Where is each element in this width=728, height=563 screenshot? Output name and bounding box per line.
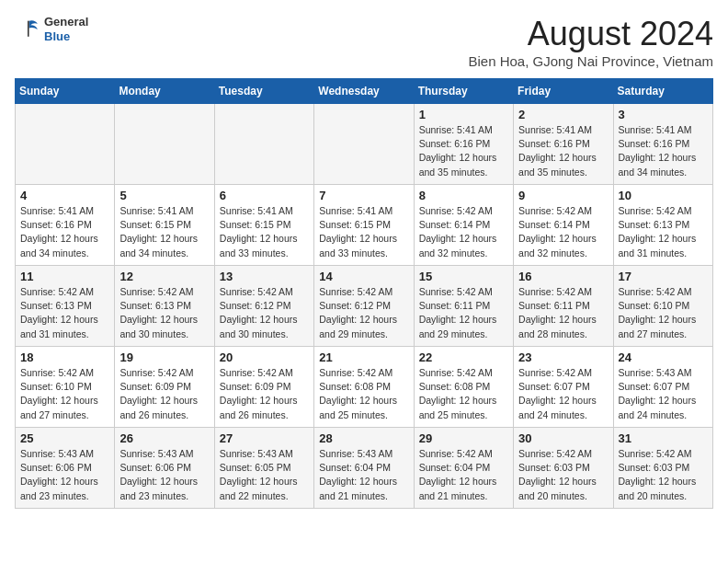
day-info: Sunrise: 5:42 AM Sunset: 6:14 PM Dayligh… bbox=[518, 204, 608, 260]
logo-icon bbox=[15, 17, 40, 42]
calendar-day-cell: 5Sunrise: 5:41 AM Sunset: 6:15 PM Daylig… bbox=[115, 185, 214, 266]
calendar-day-cell: 21Sunrise: 5:42 AM Sunset: 6:08 PM Dayli… bbox=[314, 347, 414, 428]
day-info: Sunrise: 5:41 AM Sunset: 6:16 PM Dayligh… bbox=[518, 123, 608, 179]
day-number: 26 bbox=[119, 431, 209, 445]
calendar-day-cell: 16Sunrise: 5:42 AM Sunset: 6:11 PM Dayli… bbox=[514, 266, 613, 347]
day-info: Sunrise: 5:42 AM Sunset: 6:08 PM Dayligh… bbox=[319, 366, 408, 422]
day-info: Sunrise: 5:42 AM Sunset: 6:13 PM Dayligh… bbox=[20, 285, 109, 341]
day-number: 27 bbox=[220, 431, 309, 445]
calendar-day-cell: 13Sunrise: 5:42 AM Sunset: 6:12 PM Dayli… bbox=[214, 266, 313, 347]
day-number: 12 bbox=[119, 270, 209, 283]
day-info: Sunrise: 5:42 AM Sunset: 6:09 PM Dayligh… bbox=[220, 366, 309, 422]
calendar-day-cell: 24Sunrise: 5:43 AM Sunset: 6:07 PM Dayli… bbox=[613, 347, 712, 428]
day-info: Sunrise: 5:42 AM Sunset: 6:03 PM Dayligh… bbox=[518, 447, 608, 503]
day-info: Sunrise: 5:41 AM Sunset: 6:16 PM Dayligh… bbox=[619, 123, 708, 179]
day-number: 24 bbox=[619, 350, 708, 364]
calendar-day-cell: 15Sunrise: 5:42 AM Sunset: 6:11 PM Dayli… bbox=[414, 266, 513, 347]
day-number: 7 bbox=[319, 189, 408, 202]
day-info: Sunrise: 5:42 AM Sunset: 6:13 PM Dayligh… bbox=[119, 285, 209, 341]
day-info: Sunrise: 5:41 AM Sunset: 6:16 PM Dayligh… bbox=[419, 123, 508, 179]
day-number: 28 bbox=[319, 431, 408, 445]
title-area: August 2024 Bien Hoa, GJong Nai Province… bbox=[468, 15, 713, 69]
calendar-day-cell: 25Sunrise: 5:43 AM Sunset: 6:06 PM Dayli… bbox=[16, 428, 115, 509]
day-info: Sunrise: 5:43 AM Sunset: 6:06 PM Dayligh… bbox=[119, 447, 209, 503]
calendar-day-cell: 9Sunrise: 5:42 AM Sunset: 6:14 PM Daylig… bbox=[514, 185, 613, 266]
day-info: Sunrise: 5:42 AM Sunset: 6:14 PM Dayligh… bbox=[419, 204, 508, 260]
calendar-day-cell: 12Sunrise: 5:42 AM Sunset: 6:13 PM Dayli… bbox=[115, 266, 214, 347]
day-info: Sunrise: 5:43 AM Sunset: 6:05 PM Dayligh… bbox=[220, 447, 309, 503]
day-info: Sunrise: 5:41 AM Sunset: 6:15 PM Dayligh… bbox=[319, 204, 408, 260]
day-number: 22 bbox=[419, 350, 508, 364]
calendar-day-cell bbox=[115, 104, 214, 185]
day-info: Sunrise: 5:42 AM Sunset: 6:04 PM Dayligh… bbox=[419, 447, 508, 503]
day-number: 9 bbox=[518, 189, 608, 202]
day-number: 11 bbox=[20, 270, 109, 283]
day-number: 8 bbox=[419, 189, 508, 202]
day-of-week-header: Saturday bbox=[613, 79, 712, 104]
day-number: 17 bbox=[619, 270, 708, 283]
calendar-day-cell: 31Sunrise: 5:42 AM Sunset: 6:03 PM Dayli… bbox=[613, 428, 712, 509]
day-of-week-header: Tuesday bbox=[214, 79, 313, 104]
day-number: 16 bbox=[518, 270, 608, 283]
day-info: Sunrise: 5:42 AM Sunset: 6:09 PM Dayligh… bbox=[119, 366, 209, 422]
day-number: 14 bbox=[319, 270, 408, 283]
day-number: 13 bbox=[220, 270, 309, 283]
calendar-day-cell: 6Sunrise: 5:41 AM Sunset: 6:15 PM Daylig… bbox=[214, 185, 313, 266]
calendar-day-cell: 27Sunrise: 5:43 AM Sunset: 6:05 PM Dayli… bbox=[214, 428, 313, 509]
day-info: Sunrise: 5:42 AM Sunset: 6:07 PM Dayligh… bbox=[518, 366, 608, 422]
calendar-day-cell: 3Sunrise: 5:41 AM Sunset: 6:16 PM Daylig… bbox=[613, 104, 712, 185]
calendar-day-cell: 29Sunrise: 5:42 AM Sunset: 6:04 PM Dayli… bbox=[414, 428, 513, 509]
day-number: 20 bbox=[220, 350, 309, 364]
logo: General Blue bbox=[15, 15, 88, 43]
day-of-week-header: Friday bbox=[514, 79, 613, 104]
day-number: 2 bbox=[518, 108, 608, 121]
calendar-day-cell: 28Sunrise: 5:43 AM Sunset: 6:04 PM Dayli… bbox=[314, 428, 414, 509]
calendar-header-row: SundayMondayTuesdayWednesdayThursdayFrid… bbox=[16, 79, 713, 104]
calendar-week-row: 4Sunrise: 5:41 AM Sunset: 6:16 PM Daylig… bbox=[16, 185, 713, 266]
calendar-day-cell bbox=[214, 104, 313, 185]
day-info: Sunrise: 5:42 AM Sunset: 6:11 PM Dayligh… bbox=[419, 285, 508, 341]
calendar-day-cell: 4Sunrise: 5:41 AM Sunset: 6:16 PM Daylig… bbox=[16, 185, 115, 266]
day-number: 30 bbox=[518, 431, 608, 445]
calendar-day-cell bbox=[314, 104, 414, 185]
calendar-day-cell: 30Sunrise: 5:42 AM Sunset: 6:03 PM Dayli… bbox=[514, 428, 613, 509]
day-info: Sunrise: 5:42 AM Sunset: 6:03 PM Dayligh… bbox=[619, 447, 708, 503]
svg-rect-1 bbox=[28, 20, 29, 36]
day-number: 10 bbox=[619, 189, 708, 202]
day-of-week-header: Monday bbox=[115, 79, 214, 104]
calendar-week-row: 11Sunrise: 5:42 AM Sunset: 6:13 PM Dayli… bbox=[16, 266, 713, 347]
day-info: Sunrise: 5:41 AM Sunset: 6:15 PM Dayligh… bbox=[220, 204, 309, 260]
calendar-day-cell: 26Sunrise: 5:43 AM Sunset: 6:06 PM Dayli… bbox=[115, 428, 214, 509]
calendar-day-cell: 23Sunrise: 5:42 AM Sunset: 6:07 PM Dayli… bbox=[514, 347, 613, 428]
day-number: 5 bbox=[119, 189, 209, 202]
calendar-day-cell bbox=[16, 104, 115, 185]
day-info: Sunrise: 5:43 AM Sunset: 6:04 PM Dayligh… bbox=[319, 447, 408, 503]
day-number: 18 bbox=[20, 350, 109, 364]
day-of-week-header: Sunday bbox=[16, 79, 115, 104]
subtitle: Bien Hoa, GJong Nai Province, Vietnam bbox=[468, 53, 713, 69]
day-number: 15 bbox=[419, 270, 508, 283]
day-number: 4 bbox=[20, 189, 109, 202]
calendar-day-cell: 1Sunrise: 5:41 AM Sunset: 6:16 PM Daylig… bbox=[414, 104, 513, 185]
day-of-week-header: Thursday bbox=[414, 79, 513, 104]
day-info: Sunrise: 5:42 AM Sunset: 6:13 PM Dayligh… bbox=[619, 204, 708, 260]
day-info: Sunrise: 5:41 AM Sunset: 6:16 PM Dayligh… bbox=[20, 204, 109, 260]
day-of-week-header: Wednesday bbox=[314, 79, 414, 104]
calendar-day-cell: 19Sunrise: 5:42 AM Sunset: 6:09 PM Dayli… bbox=[115, 347, 214, 428]
calendar-day-cell: 18Sunrise: 5:42 AM Sunset: 6:10 PM Dayli… bbox=[16, 347, 115, 428]
main-title: August 2024 bbox=[468, 15, 713, 53]
day-info: Sunrise: 5:42 AM Sunset: 6:12 PM Dayligh… bbox=[220, 285, 309, 341]
calendar-day-cell: 10Sunrise: 5:42 AM Sunset: 6:13 PM Dayli… bbox=[613, 185, 712, 266]
calendar-day-cell: 17Sunrise: 5:42 AM Sunset: 6:10 PM Dayli… bbox=[613, 266, 712, 347]
logo-general-text: General bbox=[44, 15, 88, 29]
day-number: 21 bbox=[319, 350, 408, 364]
day-number: 1 bbox=[419, 108, 508, 121]
day-info: Sunrise: 5:42 AM Sunset: 6:12 PM Dayligh… bbox=[319, 285, 408, 341]
calendar-day-cell: 14Sunrise: 5:42 AM Sunset: 6:12 PM Dayli… bbox=[314, 266, 414, 347]
day-info: Sunrise: 5:42 AM Sunset: 6:11 PM Dayligh… bbox=[518, 285, 608, 341]
calendar-week-row: 25Sunrise: 5:43 AM Sunset: 6:06 PM Dayli… bbox=[16, 428, 713, 509]
calendar-day-cell: 20Sunrise: 5:42 AM Sunset: 6:09 PM Dayli… bbox=[214, 347, 313, 428]
day-number: 23 bbox=[518, 350, 608, 364]
calendar-day-cell: 11Sunrise: 5:42 AM Sunset: 6:13 PM Dayli… bbox=[16, 266, 115, 347]
day-info: Sunrise: 5:41 AM Sunset: 6:15 PM Dayligh… bbox=[119, 204, 209, 260]
